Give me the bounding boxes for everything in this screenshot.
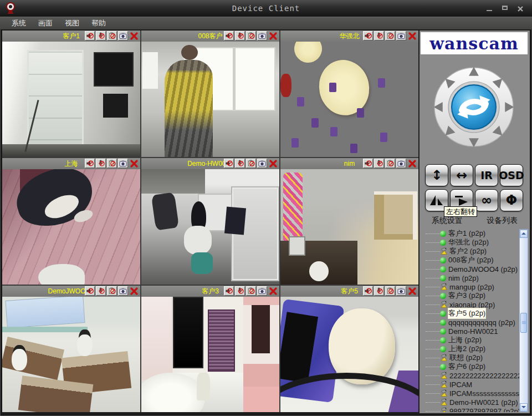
device-item[interactable]: Demo-HW0021 (p2p)	[421, 398, 528, 407]
menu-screen[interactable]: 画面	[32, 17, 59, 29]
camera-cell-6[interactable]: nim	[280, 158, 418, 285]
close-camera-icon[interactable]	[407, 286, 417, 296]
aperture-button[interactable]: Φ	[500, 189, 523, 211]
audio-muted-icon[interactable]	[363, 286, 373, 296]
ptz-wheel-icon[interactable]	[433, 66, 515, 148]
video-feed[interactable]	[280, 297, 418, 412]
device-item[interactable]: IPCAMssssssssssssssss	[421, 389, 528, 398]
device-item[interactable]: 华强北 (p2p)	[421, 238, 528, 247]
device-item[interactable]: 008客户 (p2p)	[421, 256, 528, 265]
mic-muted-icon[interactable]	[96, 286, 106, 296]
menu-system[interactable]: 系统	[6, 17, 32, 29]
video-feed[interactable]	[2, 42, 140, 157]
scroll-up-icon[interactable]	[520, 230, 528, 238]
video-feed[interactable]	[141, 169, 279, 285]
mic-muted-icon[interactable]	[374, 31, 384, 40]
audio-muted-icon[interactable]	[85, 159, 95, 168]
device-item[interactable]: 上海2 (p2p)	[421, 344, 528, 353]
device-item[interactable]: nim (p2p)	[421, 273, 528, 282]
close-camera-icon[interactable]	[268, 159, 278, 168]
device-item[interactable]: Demo-HW0021	[421, 327, 528, 336]
scroll-thumb[interactable]	[520, 313, 527, 333]
camera-cell-4[interactable]: 上海	[2, 158, 140, 285]
record-muted-icon[interactable]	[385, 31, 395, 40]
mic-muted-icon[interactable]	[235, 159, 245, 168]
camera-cell-7[interactable]: DemoJWOOO4	[2, 286, 140, 412]
audio-muted-icon[interactable]	[224, 31, 234, 40]
close-camera-icon[interactable]	[268, 286, 278, 296]
audio-muted-icon[interactable]	[224, 159, 234, 168]
camera-cell-8[interactable]: 客户3	[141, 286, 279, 412]
patrol-horizontal-button[interactable]: ↔	[450, 164, 473, 186]
device-item-selected[interactable]: 客户5 (p2p)	[421, 309, 528, 318]
maximize-icon[interactable]	[500, 4, 510, 13]
tab-system-settings[interactable]: 系统设置	[420, 216, 475, 226]
mic-muted-icon[interactable]	[374, 159, 384, 168]
device-item[interactable]: 上海 (p2p)	[421, 336, 528, 344]
device-list-scrollbar[interactable]	[519, 229, 528, 412]
mic-muted-icon[interactable]	[374, 286, 384, 296]
snapshot-icon[interactable]	[396, 159, 406, 168]
close-icon[interactable]	[515, 4, 525, 13]
patrol-loop-button[interactable]: ∞	[475, 189, 498, 211]
device-item[interactable]: xiaonaip (p2p)	[421, 300, 528, 309]
device-item[interactable]: 客户1 (p2p)	[421, 229, 528, 238]
camera-cell-1[interactable]: 客户1	[2, 31, 140, 157]
audio-muted-icon[interactable]	[363, 159, 373, 168]
snapshot-icon[interactable]	[257, 286, 267, 296]
mic-muted-icon[interactable]	[96, 31, 106, 40]
video-feed[interactable]	[2, 297, 140, 412]
tab-device-list[interactable]: 设备列表	[475, 216, 530, 226]
device-item[interactable]: qqqqqqqqqqqq (p2p)	[421, 318, 528, 327]
camera-cell-2[interactable]: 008客户	[141, 31, 279, 157]
audio-muted-icon[interactable]	[224, 286, 234, 296]
device-item[interactable]: 联想 (p2p)	[421, 353, 528, 362]
snapshot-icon[interactable]	[118, 159, 128, 168]
close-camera-icon[interactable]	[407, 159, 417, 168]
snapshot-icon[interactable]	[118, 31, 128, 40]
camera-cell-9-selected[interactable]: 客户5	[280, 286, 418, 412]
close-camera-icon[interactable]	[129, 159, 139, 168]
menu-view[interactable]: 视图	[59, 17, 85, 29]
video-feed[interactable]	[141, 42, 279, 157]
device-item[interactable]: mangup (p2p)	[421, 282, 528, 291]
camera-cell-5[interactable]: Demo-HW0021	[141, 158, 279, 285]
device-item[interactable]: 客户2 (p2p)	[421, 247, 528, 256]
audio-muted-icon[interactable]	[85, 286, 95, 296]
device-item[interactable]: DemoJWOOO4 (p2p)	[421, 265, 528, 273]
device-item[interactable]: 客户3 (p2p)	[421, 291, 528, 300]
minimize-icon[interactable]	[484, 4, 494, 13]
close-camera-icon[interactable]	[129, 286, 139, 296]
audio-muted-icon[interactable]	[363, 31, 373, 40]
record-muted-icon[interactable]	[107, 31, 117, 40]
record-muted-icon[interactable]	[385, 159, 395, 168]
mic-muted-icon[interactable]	[235, 286, 245, 296]
snapshot-icon[interactable]	[257, 31, 267, 40]
device-item[interactable]: 客户6 (p2p)	[421, 362, 528, 371]
close-camera-icon[interactable]	[407, 31, 417, 40]
mic-muted-icon[interactable]	[96, 159, 106, 168]
snapshot-icon[interactable]	[257, 159, 267, 168]
camera-cell-3[interactable]: 华强北	[280, 31, 418, 157]
close-camera-icon[interactable]	[268, 31, 278, 40]
patrol-vertical-button[interactable]: ↕	[425, 164, 448, 186]
osd-button[interactable]: OSD	[500, 164, 523, 186]
device-item[interactable]: 9897797897897 (p2p)	[421, 407, 528, 412]
snapshot-icon[interactable]	[396, 31, 406, 40]
scroll-down-icon[interactable]	[520, 403, 528, 412]
ir-button[interactable]: IR	[475, 164, 498, 186]
audio-muted-icon[interactable]	[85, 31, 95, 40]
record-muted-icon[interactable]	[107, 286, 117, 296]
device-item[interactable]: 2222222222222222222222	[421, 371, 528, 380]
video-feed[interactable]	[280, 42, 418, 157]
snapshot-icon[interactable]	[396, 286, 406, 296]
video-feed[interactable]	[280, 169, 418, 285]
record-muted-icon[interactable]	[246, 31, 256, 40]
record-muted-icon[interactable]	[107, 159, 117, 168]
mic-muted-icon[interactable]	[235, 31, 245, 40]
record-muted-icon[interactable]	[246, 286, 256, 296]
device-item[interactable]: IPCAM	[421, 380, 528, 389]
menu-help[interactable]: 帮助	[85, 17, 112, 29]
snapshot-icon[interactable]	[118, 286, 128, 296]
video-feed[interactable]	[141, 297, 279, 412]
